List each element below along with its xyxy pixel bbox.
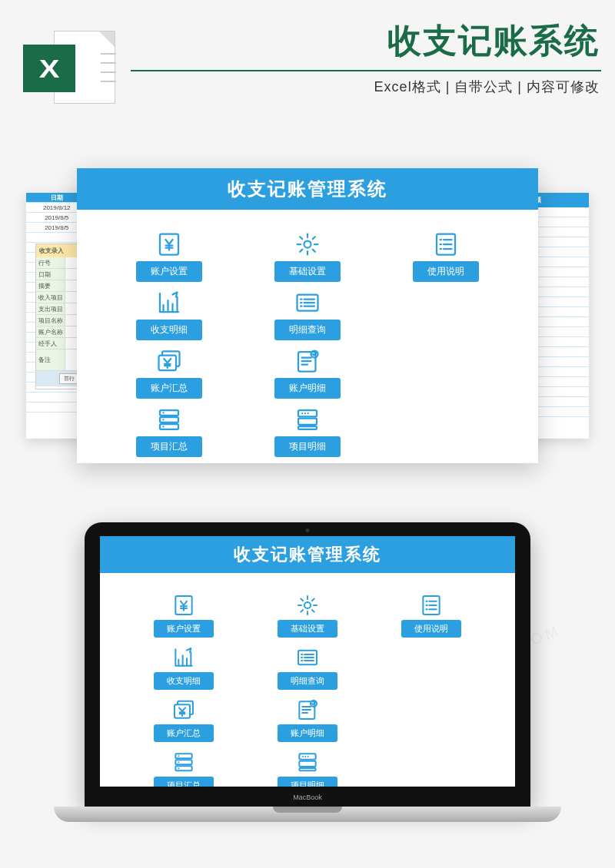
excel-logo-letter: X — [39, 54, 60, 83]
dashboard-item-7[interactable]: 账户明细 — [254, 343, 361, 399]
dashboard-item-1[interactable]: 基础设置 — [254, 227, 361, 282]
dashboard-button[interactable]: 收支明细 — [136, 320, 202, 340]
laptop-mockup: 收支记账管理系统 账户设置基础设置使用说明收支明细明细查询账户汇总账户明细项目汇… — [54, 522, 561, 845]
dashboard-button[interactable]: 明细查询 — [274, 320, 341, 340]
svg-rect-63 — [299, 761, 315, 767]
dashboard-item-0[interactable]: 账户设置 — [115, 227, 223, 282]
svg-point-27 — [162, 426, 164, 427]
dashboard-item-9[interactable]: 项目汇总 — [134, 744, 233, 787]
dashboard-button[interactable]: 项目明细 — [274, 436, 341, 457]
dashboard-button[interactable]: 明细查询 — [278, 672, 337, 690]
svg-point-65 — [304, 756, 306, 757]
dashboard-button[interactable]: 账户设置 — [136, 261, 202, 282]
gear-icon — [293, 593, 322, 618]
yen-doc-icon — [153, 230, 185, 258]
gear-icon — [291, 230, 324, 258]
svg-point-32 — [308, 412, 309, 414]
dashboard-item-4[interactable]: 明细查询 — [254, 285, 361, 340]
dashboard-item-10[interactable]: 项目明细 — [254, 402, 361, 457]
dashboard-button[interactable]: 账户汇总 — [136, 378, 202, 399]
dashboard-item-3[interactable]: 收支明细 — [134, 639, 233, 690]
dashboard-title: 收支记账管理系统 — [228, 177, 387, 201]
dashboard-button[interactable]: 账户汇总 — [154, 724, 214, 742]
svg-point-35 — [304, 602, 311, 608]
svg-point-30 — [301, 412, 303, 414]
dashboard-item-6[interactable]: 账户汇总 — [115, 343, 223, 399]
dashboard-button[interactable]: 项目明细 — [278, 777, 337, 787]
header: 收支记账系统 Excel格式 | 自带公式 | 内容可修改 — [131, 18, 615, 103]
svg-point-25 — [162, 412, 164, 413]
chart-icon — [153, 289, 185, 316]
chart-icon — [169, 645, 198, 670]
svg-point-1 — [304, 241, 311, 248]
svg-point-59 — [178, 755, 179, 757]
dashboard-item-3[interactable]: 收支明细 — [115, 285, 223, 340]
dashboard-button[interactable]: 使用说明 — [413, 261, 479, 282]
yen-stack-icon — [169, 697, 198, 722]
dashboard-button[interactable]: 账户设置 — [154, 620, 214, 638]
yen-doc-icon — [169, 593, 198, 618]
rows-stack-icon — [169, 750, 198, 774]
svg-point-31 — [304, 412, 306, 414]
dashboard-item-6[interactable]: 账户汇总 — [134, 691, 233, 742]
svg-point-61 — [178, 767, 179, 769]
dashboard-card: 收支记账管理系统 账户设置基础设置使用说明收支明细明细查询账户汇总账户明细项目汇… — [77, 168, 538, 463]
dashboard-item-4[interactable]: 明细查询 — [258, 639, 357, 690]
svg-rect-33 — [298, 426, 317, 429]
doc-check-icon — [291, 347, 324, 375]
rows-detail-icon — [291, 406, 324, 433]
dashboard-button[interactable]: 基础设置 — [278, 620, 337, 638]
dashboard-item-2[interactable]: 使用说明 — [382, 587, 481, 638]
svg-point-64 — [302, 756, 304, 757]
dashboard-button[interactable]: 账户明细 — [274, 378, 341, 399]
svg-rect-67 — [299, 768, 315, 770]
preview-stage: 日期 摘 2019/8/12客户 2019/8/5人工 2019/8/5工程 收… — [0, 150, 615, 480]
dashboard-item-1[interactable]: 基础设置 — [258, 587, 357, 638]
form-first-button[interactable]: 首行 — [59, 373, 79, 384]
dashboard-button[interactable]: 项目汇总 — [136, 436, 202, 457]
dashboard-button[interactable]: 使用说明 — [401, 620, 461, 638]
svg-point-66 — [308, 756, 309, 757]
dashboard-button[interactable]: 账户明细 — [278, 724, 337, 742]
svg-point-60 — [178, 761, 179, 763]
list-doc-icon — [417, 593, 446, 618]
dashboard-title-laptop: 收支记账管理系统 — [234, 543, 381, 566]
svg-point-26 — [162, 419, 164, 420]
yen-stack-icon — [153, 347, 185, 375]
list-doc-icon — [430, 230, 462, 258]
list-box-icon — [291, 289, 324, 316]
dashboard-item-9[interactable]: 项目汇总 — [115, 402, 223, 457]
doc-check-icon — [293, 697, 322, 722]
laptop-brand-label: MacBook — [293, 793, 322, 801]
dashboard-item-10[interactable]: 项目明细 — [258, 744, 357, 787]
dashboard-item-7[interactable]: 账户明细 — [258, 691, 357, 742]
header-subtitle: Excel格式 | 自带公式 | 内容可修改 — [131, 78, 615, 96]
svg-rect-29 — [298, 419, 317, 425]
rows-stack-icon — [153, 406, 185, 433]
dashboard-button[interactable]: 收支明细 — [154, 672, 214, 690]
dashboard-item-0[interactable]: 账户设置 — [134, 587, 233, 638]
dashboard-button[interactable]: 基础设置 — [274, 261, 341, 282]
dashboard-item-2[interactable]: 使用说明 — [392, 227, 500, 282]
dashboard-button[interactable]: 项目汇总 — [154, 777, 214, 787]
page-title: 收支记账系统 — [131, 18, 615, 64]
list-box-icon — [293, 645, 322, 670]
rows-detail-icon — [293, 750, 322, 774]
excel-logo: X — [23, 31, 115, 108]
